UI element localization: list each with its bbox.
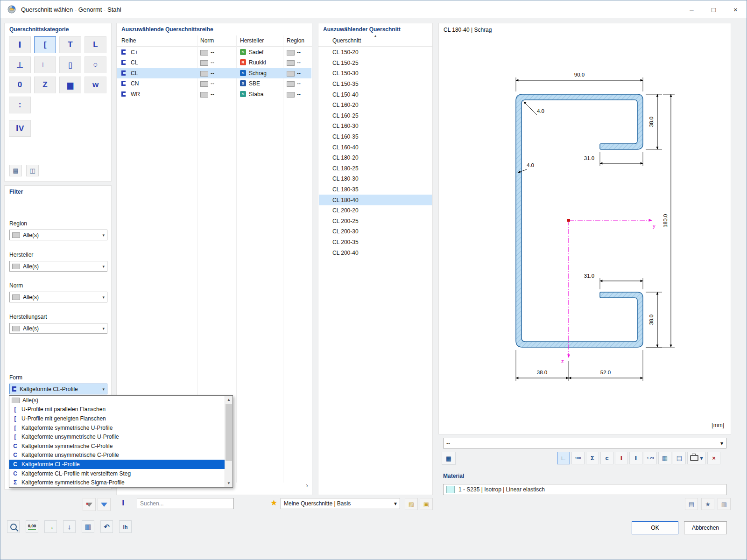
- category-inverted-t-section[interactable]: ⊥: [9, 56, 31, 73]
- list-item[interactable]: CL 150-35: [319, 79, 432, 90]
- stress-points-button[interactable]: Σ: [586, 452, 599, 464]
- list-item[interactable]: CL 160-20: [319, 100, 432, 111]
- category-oval-section[interactable]: 0: [9, 77, 31, 93]
- apply-filter-button[interactable]: [98, 498, 111, 511]
- herstellungsart-combobox[interactable]: Alle(s) ▾: [9, 323, 107, 334]
- table-row[interactable]: CL -- R Ruukki --: [117, 57, 311, 68]
- category-box-section[interactable]: ▯: [59, 56, 81, 73]
- category-z-section[interactable]: Z: [34, 77, 56, 93]
- my-sections-combobox[interactable]: Meine Querschnitte | Basis ▾: [281, 498, 400, 509]
- compare-sections-button[interactable]: ▤: [9, 165, 22, 176]
- numbering-button[interactable]: 1.23: [644, 452, 657, 464]
- column-header-region[interactable]: Region: [287, 37, 304, 44]
- list-item[interactable]: CL 200-30: [319, 226, 432, 237]
- import-section-button[interactable]: →: [44, 520, 57, 533]
- category-solid-section[interactable]: ▆: [59, 77, 81, 93]
- reset-view-button[interactable]: ×: [707, 452, 720, 464]
- dimension-values-button[interactable]: 100: [571, 452, 585, 464]
- list-item[interactable]: CL 200-40: [319, 247, 432, 258]
- favorite-categories-button[interactable]: ◫: [26, 165, 39, 176]
- list-item[interactable]: CL 200-25: [319, 216, 432, 227]
- list-item[interactable]: CL 150-30: [319, 68, 432, 79]
- category-u-section[interactable]: [: [34, 36, 56, 53]
- list-item-selected[interactable]: CL 180-40: [319, 195, 432, 205]
- column-header-norm[interactable]: Norm: [200, 37, 214, 44]
- form-option-alle[interactable]: Alle(s): [9, 396, 225, 405]
- dimensions-button[interactable]: ∟: [557, 452, 570, 464]
- category-t-section[interactable]: T: [59, 36, 81, 53]
- material-library-button[interactable]: ▤: [685, 498, 698, 510]
- category-l-section[interactable]: L: [85, 36, 106, 53]
- form-option-u-parallel[interactable]: [ U-Profile mit parallelen Flanschen: [9, 405, 225, 414]
- section-height-button[interactable]: Ih: [119, 520, 132, 533]
- list-item[interactable]: CL 160-30: [319, 121, 432, 132]
- comment-combobox[interactable]: -- ▾: [443, 438, 726, 448]
- norm-combobox[interactable]: Alle(s) ▾: [9, 292, 107, 302]
- scroll-right-icon[interactable]: ›: [306, 482, 308, 489]
- form-option-kalt-sym-u[interactable]: [ Kaltgeformte symmetrische U-Profile: [9, 423, 225, 433]
- form-option-kalt-cl[interactable]: C Kaltgeformte CL-Profile: [9, 460, 225, 469]
- copy-section-button[interactable]: ▥: [82, 520, 94, 533]
- list-item[interactable]: CL 160-25: [319, 111, 432, 121]
- parts-button[interactable]: c: [600, 452, 613, 464]
- table-row[interactable]: WR -- S Staba --: [117, 89, 311, 99]
- list-item[interactable]: CL 150-40: [319, 89, 432, 100]
- form-option-kalt-unsym-c[interactable]: C Kaltgeformte unsymmetrische C-Profile: [9, 451, 225, 460]
- hersteller-combobox[interactable]: Alle(s) ▾: [9, 261, 107, 272]
- scrollbar-thumb[interactable]: [226, 404, 232, 461]
- region-combobox[interactable]: Alle(s) ▾: [9, 230, 107, 240]
- maximize-button[interactable]: □: [703, 0, 725, 18]
- category-angle-section[interactable]: ∟: [34, 56, 56, 73]
- decimal-places-button[interactable]: 0,00: [26, 520, 38, 533]
- list-item[interactable]: CL 150-25: [319, 58, 432, 69]
- list-item[interactable]: CL 180-35: [319, 184, 432, 195]
- cancel-button[interactable]: Abbrechen: [684, 521, 727, 534]
- close-button[interactable]: ×: [725, 0, 747, 18]
- category-combined-section[interactable]: ⅠV: [9, 120, 31, 137]
- list-item[interactable]: CL 180-30: [319, 174, 432, 184]
- form-combobox[interactable]: Kaltgeformte CL-Profile ▾: [9, 384, 107, 394]
- copy-material-button[interactable]: ▥: [718, 498, 731, 510]
- dropdown-scrollbar[interactable]: ▲ ▼: [225, 396, 233, 487]
- category-corrugated-section[interactable]: w: [85, 77, 106, 93]
- profile-solid-button[interactable]: Ⅰ: [629, 452, 642, 464]
- zoom-settings-button[interactable]: [7, 520, 20, 533]
- section-values-button[interactable]: ▦: [442, 452, 456, 465]
- form-option-sigma[interactable]: Σ Kaltgeformte symmetrische Sigma-Profil…: [9, 478, 225, 487]
- material-combobox[interactable]: 1 - S235 | Isotrop | Linear elastisch: [443, 484, 726, 495]
- minimize-button[interactable]: –: [681, 0, 703, 18]
- form-option-u-geneigt[interactable]: [ U-Profile mit geneigten Flanschen: [9, 414, 225, 423]
- list-item[interactable]: CL 180-20: [319, 153, 432, 163]
- form-option-kalt-cl-versteift[interactable]: C Kaltgeformte CL-Profile mit versteifte…: [9, 469, 225, 478]
- print-button[interactable]: ▾: [687, 452, 706, 464]
- list-item[interactable]: CL 160-40: [319, 142, 432, 153]
- column-header-querschnitt[interactable]: Querschnitt: [332, 37, 361, 44]
- table-row[interactable]: CN -- S SBE --: [117, 78, 311, 89]
- category-pipe-section[interactable]: ○: [85, 56, 106, 73]
- ok-button[interactable]: OK: [632, 521, 678, 534]
- column-header-reihe[interactable]: Reihe: [121, 37, 136, 44]
- profile-outline-button[interactable]: Ⅰ: [615, 452, 628, 464]
- undo-button[interactable]: ↶: [100, 520, 113, 533]
- list-item[interactable]: CL 200-35: [319, 237, 432, 248]
- table-view-button[interactable]: ▦: [658, 452, 671, 464]
- search-input[interactable]: [137, 498, 234, 509]
- new-favorites-group-button[interactable]: ▨: [405, 498, 418, 510]
- scroll-down-icon[interactable]: ▼: [225, 479, 233, 487]
- table-row-selected[interactable]: CL -- S Schrag --: [117, 68, 311, 78]
- category-bars-section[interactable]: :: [9, 97, 31, 113]
- category-i-section[interactable]: Ⅰ: [9, 36, 31, 53]
- grid-view-button[interactable]: ▤: [673, 452, 686, 464]
- table-row[interactable]: C+ -- S Sadef --: [117, 47, 311, 57]
- column-header-hersteller[interactable]: Hersteller: [240, 37, 264, 44]
- list-item[interactable]: CL 200-20: [319, 205, 432, 216]
- list-item[interactable]: CL 180-25: [319, 163, 432, 174]
- save-section-button[interactable]: ↓: [63, 520, 76, 533]
- list-item[interactable]: CL 150-20: [319, 47, 432, 58]
- scroll-up-icon[interactable]: ▲: [225, 396, 233, 404]
- save-to-favorites-button[interactable]: ▣: [420, 498, 433, 510]
- new-material-button[interactable]: ★: [701, 498, 714, 510]
- form-option-kalt-unsym-u[interactable]: [ Kaltgeformte unsymmetrische U-Profile: [9, 432, 225, 441]
- clear-filter-button[interactable]: ×: [83, 498, 96, 511]
- form-option-kalt-sym-c[interactable]: C Kaltgeformte symmetrische C-Profile: [9, 441, 225, 451]
